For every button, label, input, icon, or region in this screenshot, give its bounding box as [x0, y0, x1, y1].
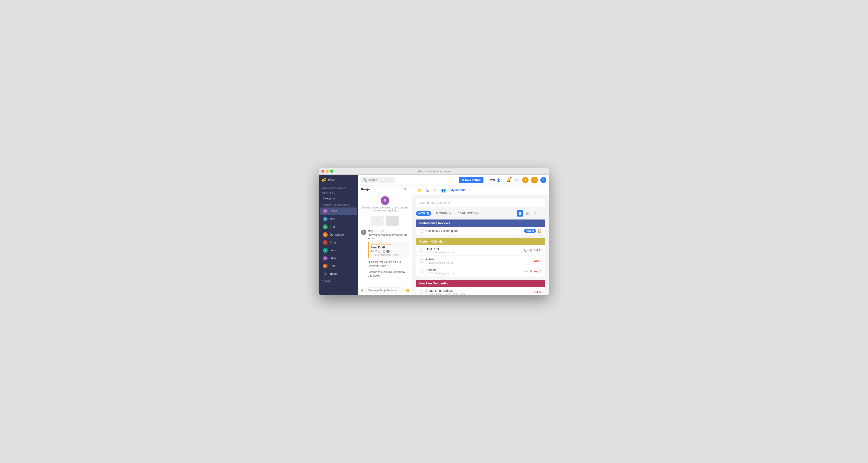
search-box[interactable]: 🔍 — [361, 177, 395, 183]
project-header-content-calendar[interactable]: Content Calendar — [416, 238, 545, 245]
action-date-publish: Aug 1 — [534, 259, 541, 263]
status-chevron: ▾ — [344, 186, 346, 189]
groups-label[interactable]: GROUPS + — [322, 192, 355, 195]
groups-section: GROUPS + — [319, 191, 358, 195]
action-item-create-email-1[interactable]: ○ Create email address ← Penny Lane - Se… — [416, 287, 545, 295]
action-meta-promote: 0/4 ☰ Aug 2 — [525, 270, 541, 273]
chat-card[interactable]: Content Calendar Final Draft Jul 31 💬 📋 … — [368, 242, 409, 258]
sidebar-item-genevieve[interactable]: G Genevieve — [320, 231, 357, 238]
action-item-promote[interactable]: ○ Promote ← 2018 Marketing Trends 0/4 ☰ … — [416, 266, 545, 277]
tab-my-actions[interactable]: My actions — [448, 187, 468, 193]
project-header-new-hire[interactable]: New Hire Onboarding — [416, 280, 545, 287]
followup-text-2: Looking to push this forward by this wee… — [368, 270, 409, 278]
action-title-how-to: How to use this template — [426, 229, 522, 233]
close-button[interactable] — [321, 170, 324, 173]
window-title: Hive: Home for busy teams — [418, 170, 451, 173]
view-icons: ☰ ⊞ ⧖ ⋮ — [517, 210, 545, 217]
minimize-button[interactable] — [326, 170, 329, 173]
sidebar-header: Hive · — [319, 175, 358, 185]
sidebar-item-john[interactable]: J John — [320, 247, 357, 254]
action-parent-promote: ← 2018 Marketing Trends — [426, 272, 523, 275]
contact-name-genevieve: Genevieve — [330, 233, 344, 237]
action-date-final-draft: Jul 31 — [534, 249, 541, 252]
contact-name-pooja: Pooja — [330, 210, 337, 213]
mic-tab-icon[interactable]: 🎙 — [432, 187, 439, 193]
tab-add[interactable]: + — [468, 188, 473, 193]
action-parent-create-email-1: ← Penny Lane - Senior Brand Leader — [426, 293, 532, 295]
sidebar-item-pooja[interactable]: P Pooja — [320, 208, 357, 215]
notifications-button[interactable]: 🔔 — [505, 177, 512, 183]
action-content-create-email-1: Create email address ← Penny Lane - Seni… — [426, 289, 532, 295]
project-header-performance-reviews[interactable]: Performance Reviews — [416, 219, 545, 227]
new-action-label: New action — [465, 178, 480, 182]
svg-rect-3 — [324, 180, 326, 181]
sidebar-item-nick[interactable]: N Nick — [320, 215, 357, 223]
chat-bubble-left: ☺ — [371, 216, 384, 226]
sidebar-item-julia[interactable]: Ju Julia — [320, 254, 357, 262]
grid-tab-icon[interactable]: ⊞ — [425, 187, 431, 193]
avatar-eric: E — [323, 224, 328, 229]
main-window: Hive: Home for busy teams Hive · What's — [319, 168, 549, 295]
folder-tab-icon[interactable]: 📁 — [416, 187, 424, 193]
action-count-promote: 0/4 — [525, 270, 529, 273]
maximize-button[interactable] — [330, 170, 333, 173]
ray-time: 10:03 am — [374, 230, 384, 233]
back-icon[interactable]: ‹ — [408, 187, 409, 191]
action-item-publish[interactable]: ○ Publish ← 2018 Marketing Trends Aug 1 — [416, 256, 545, 266]
sidebar-item-eric[interactable]: E Eric — [320, 223, 357, 230]
action-check-final-draft[interactable]: ○ — [420, 248, 424, 252]
help-button[interactable]: ? — [540, 177, 546, 183]
add-action-bar[interactable]: What needs to be done? — [416, 198, 545, 207]
followup-text-1: Hi Pooja, will you be able to review my … — [368, 260, 409, 268]
comment-icon-fd: 💬 — [524, 249, 528, 252]
action-item-how-to[interactable]: ○ How to use this template How-to 📋 — [416, 227, 545, 235]
chat-input[interactable] — [365, 287, 404, 293]
filter-button[interactable]: ⧖ — [531, 210, 538, 217]
action-title-publish: Publish — [426, 258, 532, 261]
sidebar-item-toland[interactable]: T Toland — [320, 270, 357, 278]
new-action-button[interactable]: ⊕ New action — [459, 177, 484, 183]
filter-now[interactable]: NOW (8) — [416, 211, 431, 216]
sidebar-item-chris[interactable]: C Chris — [320, 239, 357, 246]
invite-link[interactable]: + Invite — [319, 278, 358, 284]
hive-logo[interactable]: Hive · — [322, 177, 337, 182]
more-button[interactable]: ⋮ — [539, 210, 545, 217]
filter-completed[interactable]: COMPLETED (3) — [455, 211, 481, 216]
emoji-icon[interactable]: 😊 — [406, 288, 410, 292]
contact-name-julia: Julia — [330, 256, 336, 260]
invite-button[interactable]: Invite 👤 — [486, 177, 503, 183]
action-date-promote: Aug 2 — [534, 270, 541, 273]
action-check-create-email-1[interactable]: ○ — [420, 290, 424, 294]
sidebar-item-everyone[interactable]: Everyone — [320, 195, 357, 202]
action-item-final-draft[interactable]: ○ Final Draft ← 2018 Marketing Trends 💬 … — [416, 245, 545, 256]
list-view-button[interactable]: ☰ — [517, 210, 523, 217]
hive-logo-icon — [322, 178, 327, 182]
action-check-how-to[interactable]: ○ — [420, 229, 424, 233]
action-title-promote: Promote — [426, 268, 523, 272]
filter-future[interactable]: FUTURE (1) — [433, 211, 453, 216]
ray-avatar: R — [361, 229, 366, 235]
settings-icon[interactable]: ⚙ — [403, 187, 406, 191]
contact-name-chris: Chris — [330, 241, 337, 244]
chat-panel: Pooja ⚙ ‹ P Seems a little quiet here...… — [358, 185, 412, 295]
project-group-content-calendar: Content Calendar ○ Final Draft ← 2018 Ma… — [416, 238, 545, 277]
add-action-placeholder: What needs to be done? — [420, 201, 452, 205]
plus-icon[interactable]: ⊕ — [361, 288, 364, 293]
svg-rect-2 — [324, 178, 326, 179]
status-bar[interactable]: What's your status? ▾ — [319, 185, 358, 191]
action-meta-publish: Aug 1 — [534, 259, 541, 263]
action-check-publish[interactable]: ○ — [420, 259, 424, 263]
action-check-promote[interactable]: ○ — [420, 270, 424, 273]
sidebar-item-erin[interactable]: Er Erin — [320, 263, 357, 270]
people-tab-icon[interactable]: 👥 — [440, 187, 447, 193]
app-body: Hive · What's your status? ▾ GROUPS + Ev… — [319, 175, 549, 295]
actions-panel: 📁 ⊞ 🎙 👥 My actions + What needs to be do… — [412, 185, 549, 295]
chat-body: P Seems a little quiet here... Let's get… — [358, 193, 412, 285]
ray-message-text: Ray wants you to know about an action: — [368, 233, 409, 241]
search-input[interactable] — [368, 178, 393, 182]
dm-label[interactable]: DIRECT MESSAGES + — [322, 204, 355, 207]
grid-view-button[interactable]: ⊞ — [524, 210, 530, 217]
user-avatar[interactable]: P — [531, 177, 538, 184]
document-icon[interactable]: 📄 — [514, 177, 520, 183]
status-text: What's your status? — [322, 186, 343, 189]
